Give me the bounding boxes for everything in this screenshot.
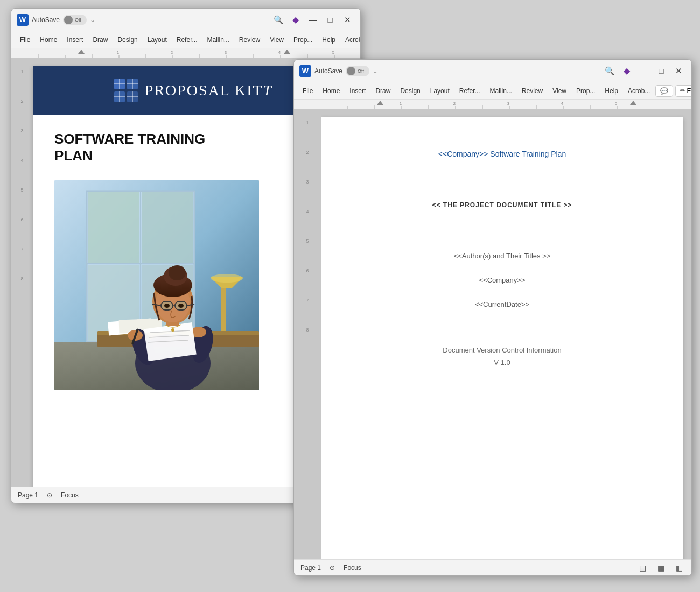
menu-review-2[interactable]: Review — [517, 86, 547, 96]
menu-layout-1[interactable]: Layout — [143, 34, 171, 45]
pk-brand-name: PROPOSAL KITT — [145, 82, 272, 99]
svg-point-63 — [169, 265, 186, 280]
svg-point-72 — [178, 304, 184, 308]
toggle-off-label-2: Off — [358, 68, 364, 74]
title-bar-1: W AutoSave Off ⌄ 🔍 ◆ — □ ✕ — [11, 9, 360, 31]
close-button-2[interactable]: ✕ — [671, 64, 686, 79]
menu-insert-1[interactable]: Insert — [62, 34, 87, 45]
editing-button-2[interactable]: ✏ Editing › — [675, 85, 692, 97]
svg-rect-37 — [88, 192, 139, 263]
svg-text:1: 1 — [117, 50, 120, 55]
menu-file-1[interactable]: File — [16, 34, 34, 45]
margin-num-2-1: 1 — [294, 120, 321, 150]
minimize-button-1[interactable]: — — [305, 12, 320, 27]
margin-num-2: 2 — [11, 98, 33, 128]
maximize-button-1[interactable]: □ — [323, 12, 338, 27]
menu-properties-1[interactable]: Prop... — [289, 34, 317, 45]
menu-design-1[interactable]: Design — [113, 34, 142, 45]
pk-icon — [113, 77, 139, 104]
view-normal-btn-2[interactable]: ▤ — [636, 562, 648, 574]
ruler-1: 1 2 3 4 5 — [11, 48, 360, 58]
title-bar-left-2: W AutoSave Off ⌄ — [299, 65, 491, 77]
doc2-version-value: V 1.0 — [494, 358, 510, 367]
minimize-button-2[interactable]: — — [636, 64, 652, 79]
menu-insert-2[interactable]: Insert — [345, 86, 370, 96]
title-bar-right-1: 🔍 ◆ — □ ✕ — [187, 12, 355, 27]
margin-ruler-1: 1 2 3 4 5 6 7 8 — [11, 58, 33, 487]
autosave-label-1: AutoSave — [32, 16, 60, 24]
title-bar-chevron-1[interactable]: ⌄ — [90, 16, 95, 24]
menu-mailings-1[interactable]: Mailin... — [202, 34, 233, 45]
close-button-1[interactable]: ✕ — [340, 12, 355, 27]
menu-acrobat-2[interactable]: Acrob... — [624, 86, 654, 96]
doc2-project-title: << THE PROJECT DOCUMENT TITLE >> — [432, 201, 572, 209]
toggle-knob-2 — [347, 67, 355, 75]
margin-num-4: 4 — [11, 158, 33, 187]
page-indicator-1: Page 1 — [18, 491, 38, 499]
title-bar-chevron-2[interactable]: ⌄ — [373, 67, 378, 75]
maximize-button-2[interactable]: □ — [654, 64, 669, 79]
menu-draw-2[interactable]: Draw — [371, 86, 395, 96]
ruler-2: 1 2 3 4 5 — [294, 100, 691, 109]
page-2: <<Company>> Software Training Plan << TH… — [321, 117, 683, 559]
svg-rect-44 — [221, 288, 226, 331]
menu-file-2[interactable]: File — [298, 86, 317, 96]
menu-acrobat-1[interactable]: Acrob... — [341, 34, 361, 45]
menu-mailings-2[interactable]: Mailin... — [485, 86, 516, 96]
svg-point-71 — [164, 304, 170, 308]
menu-home-2[interactable]: Home — [318, 86, 344, 96]
svg-text:5: 5 — [615, 101, 618, 106]
margin-num-2-8: 8 — [294, 327, 321, 357]
menu-draw-1[interactable]: Draw — [88, 34, 112, 45]
menu-references-1[interactable]: Refer... — [172, 34, 202, 45]
margin-num-2-3: 3 — [294, 179, 321, 209]
svg-rect-38 — [142, 192, 193, 263]
menu-right-2: 💬 ✏ Editing › — [655, 85, 692, 97]
status-bar-2: Page 1 ⊙ Focus ▤ ▦ ▥ — [294, 559, 691, 575]
doc2-company-field: <<Company>> — [479, 276, 525, 284]
word-icon-2: W — [299, 65, 311, 77]
menu-view-1[interactable]: View — [265, 34, 288, 45]
svg-text:1: 1 — [400, 101, 402, 106]
menu-help-2[interactable]: Help — [600, 86, 622, 96]
search-button-2[interactable]: 🔍 — [602, 64, 617, 79]
cover-image — [54, 180, 259, 390]
focus-label-2[interactable]: Focus — [344, 564, 361, 572]
menu-help-1[interactable]: Help — [318, 34, 340, 45]
svg-text:4: 4 — [278, 50, 281, 55]
menu-view-2[interactable]: View — [548, 86, 571, 96]
pencil-icon-2: ✏ — [680, 87, 685, 94]
ruler-svg-2: 1 2 3 4 5 — [294, 100, 691, 109]
doc-main-title-1: SOFTWARE TRAINING PLAN — [54, 131, 331, 164]
focus-icon-2: ⊙ — [330, 564, 335, 572]
margin-num-6: 6 — [11, 217, 33, 246]
menu-design-2[interactable]: Design — [396, 86, 424, 96]
word-window-2: W AutoSave Off ⌄ 🔍 ◆ — □ ✕ File Home Ins… — [293, 59, 692, 576]
diamond-button-1[interactable]: ◆ — [288, 12, 303, 27]
menu-home-1[interactable]: Home — [36, 34, 61, 45]
autosave-toggle-1[interactable]: Off — [63, 15, 87, 25]
svg-text:3: 3 — [225, 50, 227, 55]
autosave-toggle-2[interactable]: Off — [346, 66, 369, 76]
menu-review-1[interactable]: Review — [235, 34, 264, 45]
diamond-button-2[interactable]: ◆ — [619, 64, 634, 79]
view-outline-btn-2[interactable]: ▥ — [673, 562, 685, 574]
autosave-label-2: AutoSave — [314, 67, 342, 75]
ruler-svg-1: 1 2 3 4 5 — [11, 48, 360, 58]
menu-layout-2[interactable]: Layout — [426, 86, 454, 96]
comment-button-2[interactable]: 💬 — [655, 85, 673, 97]
view-web-btn-2[interactable]: ▦ — [655, 562, 667, 574]
margin-num-2-6: 6 — [294, 268, 321, 298]
title-bar-left-1: W AutoSave Off ⌄ — [17, 14, 184, 26]
svg-point-46 — [211, 274, 243, 283]
svg-rect-0 — [11, 48, 360, 58]
page-indicator-2: Page 1 — [300, 564, 321, 572]
doc2-header-title: <<Company>> Software Training Plan — [438, 150, 566, 158]
menu-properties-2[interactable]: Prop... — [572, 86, 599, 96]
svg-point-73 — [171, 328, 174, 332]
menu-references-2[interactable]: Refer... — [455, 86, 485, 96]
search-button-1[interactable]: 🔍 — [271, 12, 286, 27]
margin-num-3: 3 — [11, 128, 33, 158]
focus-label-1[interactable]: Focus — [61, 491, 79, 499]
margin-num-2-7: 7 — [294, 298, 321, 327]
